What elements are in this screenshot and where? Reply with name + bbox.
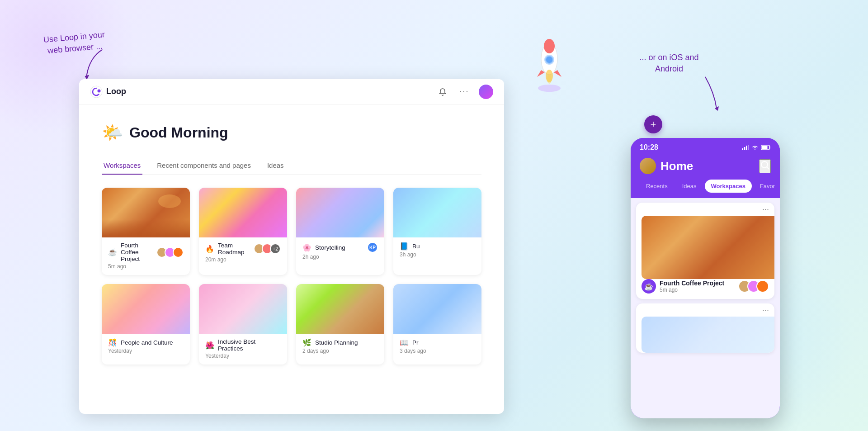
workspace-card-8[interactable]: 📖 Pr 3 days ago bbox=[393, 284, 481, 365]
svg-point-5 bbox=[546, 57, 552, 63]
mobile-tab-recents[interactable]: Recents bbox=[640, 180, 674, 193]
card-time-8: 3 days ago bbox=[400, 348, 475, 354]
svg-point-3 bbox=[544, 39, 555, 53]
card-avatars-1 bbox=[156, 247, 184, 258]
mobile-status-icons bbox=[742, 145, 771, 150]
annotation-left: Use Loop in your web browser ... bbox=[38, 28, 112, 57]
svg-rect-11 bbox=[742, 148, 743, 150]
card-image-7 bbox=[296, 284, 384, 334]
mobile-tab-favorites[interactable]: Favor bbox=[754, 180, 780, 193]
card-time-4: 3h ago bbox=[400, 251, 475, 258]
workspace-grid: ☕ Fourth Coffee Project 5m ago bbox=[102, 188, 481, 365]
mobile-status-bar: 10:28 bbox=[631, 138, 780, 154]
card-body-6: 🌺 Inclusive Best Practices Yesterday bbox=[199, 334, 287, 365]
tab-recent[interactable]: Recent components and pages bbox=[155, 157, 253, 175]
mobile-card-title-1: Fourth Coffee Project bbox=[660, 279, 724, 287]
card-image-2 bbox=[199, 188, 287, 237]
workspace-card-4[interactable]: 📘 Bu 3h ago bbox=[393, 188, 481, 275]
more-button[interactable]: ··· bbox=[457, 85, 472, 99]
header-right: ··· bbox=[435, 85, 493, 99]
workspace-card-6[interactable]: 🌺 Inclusive Best Practices Yesterday bbox=[199, 284, 287, 365]
workspace-card-2[interactable]: 🔥 Team Roadmap +2 20m ago bbox=[199, 188, 287, 275]
card-title-1: Fourth Coffee Project bbox=[121, 242, 156, 262]
mobile-avatar-1c bbox=[756, 280, 769, 293]
mobile-card-image-2 bbox=[642, 317, 774, 353]
svg-point-10 bbox=[98, 89, 101, 92]
card-emoji-5: 🎊 bbox=[108, 338, 117, 347]
card-time-2: 20m ago bbox=[205, 256, 281, 263]
card-title-6: Inclusive Best Practices bbox=[218, 338, 281, 352]
mobile-header: Home bbox=[631, 154, 780, 180]
add-workspace-button[interactable]: + bbox=[644, 115, 662, 133]
logo-area: Loop bbox=[90, 85, 126, 98]
notification-button[interactable] bbox=[435, 85, 450, 99]
card-image-1 bbox=[102, 188, 190, 237]
mobile-content: ··· ☕ Fourth Coffee Project 5m ago bbox=[631, 198, 780, 418]
card-time-6: Yesterday bbox=[205, 353, 281, 359]
mobile-card-1[interactable]: ··· ☕ Fourth Coffee Project 5m ago bbox=[636, 203, 774, 299]
card-title-3: Storytelling bbox=[315, 244, 345, 251]
card-title-2: Team Roadmap bbox=[218, 242, 254, 256]
card-emoji-3: 🌸 bbox=[302, 243, 311, 252]
card-body-3: 🌸 Storytelling KP 2h ago bbox=[296, 237, 384, 265]
card-image-4 bbox=[393, 188, 481, 237]
app-header: Loop ··· bbox=[79, 79, 504, 104]
card-image-5 bbox=[102, 284, 190, 334]
svg-point-8 bbox=[538, 85, 561, 92]
card-emoji-8: 📖 bbox=[400, 338, 409, 347]
user-avatar-button[interactable] bbox=[479, 85, 493, 99]
greeting-text: Good Morning bbox=[129, 124, 228, 141]
browser-window: Loop ··· 🌤️ Good Morning Worksp bbox=[79, 79, 504, 414]
card-emoji-4: 📘 bbox=[400, 242, 409, 251]
card-image-8 bbox=[393, 284, 481, 334]
rocket-illustration bbox=[520, 36, 579, 95]
card-emoji-7: 🌿 bbox=[302, 338, 311, 347]
mobile-time: 10:28 bbox=[640, 143, 658, 152]
mobile-card-body-1: ☕ Fourth Coffee Project 5m ago bbox=[636, 279, 774, 299]
workspace-card-7[interactable]: 🌿 Studio Planning 2 days ago bbox=[296, 284, 384, 365]
mobile-card-avatars-1 bbox=[738, 280, 769, 293]
svg-rect-14 bbox=[748, 145, 750, 150]
card-avatar-3a: KP bbox=[367, 242, 378, 253]
workspace-card-3[interactable]: 🌸 Storytelling KP 2h ago bbox=[296, 188, 384, 275]
mobile-tab-bar: Recents Ideas Workspaces Favor bbox=[631, 180, 780, 198]
main-content: 🌤️ Good Morning Workspaces Recent compon… bbox=[79, 104, 504, 414]
annotation-right: ... or on iOS and Android bbox=[633, 52, 705, 75]
mobile-card-menu-1[interactable]: ··· bbox=[762, 204, 769, 214]
card-body-4: 📘 Bu 3h ago bbox=[393, 237, 481, 263]
svg-point-7 bbox=[547, 75, 552, 84]
mobile-card-image-1 bbox=[642, 216, 774, 279]
svg-rect-12 bbox=[744, 147, 745, 150]
card-title-7: Studio Planning bbox=[315, 339, 358, 346]
card-image-6 bbox=[199, 284, 287, 334]
mobile-card-time-1: 5m ago bbox=[660, 287, 724, 293]
card-title-5: People and Culture bbox=[121, 339, 173, 346]
mobile-tab-ideas[interactable]: Ideas bbox=[676, 180, 703, 193]
loop-logo-icon bbox=[90, 85, 103, 98]
card-emoji-1: ☕ bbox=[108, 248, 117, 256]
mobile-card-icon-1: ☕ bbox=[642, 279, 656, 294]
logo-text: Loop bbox=[106, 87, 126, 96]
card-time-3: 2h ago bbox=[302, 254, 378, 260]
mobile-card-info-1: ☕ Fourth Coffee Project 5m ago bbox=[642, 279, 724, 294]
tab-ideas[interactable]: Ideas bbox=[265, 157, 286, 175]
workspace-card-5[interactable]: 🎊 People and Culture Yesterday bbox=[102, 284, 190, 365]
mobile-card-2[interactable]: ··· bbox=[636, 303, 774, 353]
tab-bar: Workspaces Recent components and pages I… bbox=[102, 157, 481, 175]
card-avatars-2: +2 bbox=[254, 243, 281, 254]
mobile-card-menu-2[interactable]: ··· bbox=[762, 305, 769, 315]
card-body-7: 🌿 Studio Planning 2 days ago bbox=[296, 334, 384, 360]
mobile-tab-workspaces[interactable]: Workspaces bbox=[705, 180, 752, 193]
card-emoji-6: 🌺 bbox=[205, 341, 214, 350]
mobile-user-avatar bbox=[640, 158, 656, 174]
mobile-search-button[interactable] bbox=[759, 159, 771, 173]
tab-workspaces[interactable]: Workspaces bbox=[102, 157, 142, 175]
mobile-mockup: 10:28 bbox=[631, 138, 780, 418]
svg-marker-1 bbox=[715, 106, 719, 111]
card-time-7: 2 days ago bbox=[302, 348, 378, 354]
card-body-5: 🎊 People and Culture Yesterday bbox=[102, 334, 190, 360]
card-title-8: Pr bbox=[412, 339, 419, 346]
workspace-card-1[interactable]: ☕ Fourth Coffee Project 5m ago bbox=[102, 188, 190, 275]
mobile-card-header-2: ··· bbox=[636, 303, 774, 317]
card-body-2: 🔥 Team Roadmap +2 20m ago bbox=[199, 237, 287, 268]
